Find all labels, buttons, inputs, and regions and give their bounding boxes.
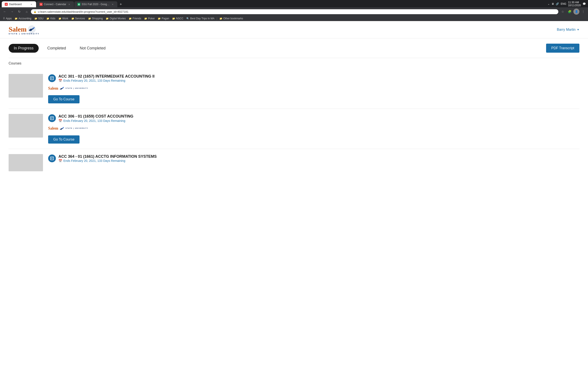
- user-profile-button[interactable]: 👤: [574, 8, 580, 14]
- lock-icon: 🔒: [34, 10, 36, 13]
- tray-link: 🔗: [556, 2, 559, 5]
- bookmark-best-day-trips[interactable]: 🔍 Best Day Trips In MA: [185, 16, 216, 20]
- svg-rect-1: [50, 77, 54, 80]
- course-icon-3: [48, 154, 56, 162]
- tab-close-3[interactable]: ✕: [111, 2, 114, 6]
- course-title-3: ACC 364 - 01 (1661) ACCTG INFORMATION SY…: [58, 154, 157, 159]
- logo-subtitle: STATE | UNIVERSITY: [8, 33, 40, 35]
- course-info-3: ACC 364 - 01 (1661) ACCTG INFORMATION SY…: [48, 154, 580, 171]
- site-logo: Salem STATE | UNIVERSITY: [8, 24, 40, 35]
- tab-close-2[interactable]: ✕: [68, 2, 71, 6]
- tab-in-progress[interactable]: In Progress: [8, 44, 39, 53]
- page-content: Salem STATE | UNIVERSITY Barry Martin ▼ …: [0, 21, 588, 392]
- browser-actions: ☆ 🧩 👤 ⋮: [560, 8, 586, 14]
- star-button[interactable]: ☆: [560, 8, 566, 14]
- site-header: Salem STATE | UNIVERSITY Barry Martin ▼: [0, 21, 588, 38]
- course-logo-1: Salem STATE | UNIVERSITY: [48, 85, 580, 91]
- tray-icons: ⌄: [548, 2, 550, 5]
- address-bar[interactable]: 🔒 u-learn.salemstate.edu/dashboard/in-pr…: [31, 9, 558, 14]
- bookmark-apps[interactable]: ⠿ Apps: [2, 16, 13, 20]
- course-header-1: ACC 301 - 02 (1657) INTERMEDIATE ACCOUNT…: [48, 74, 580, 82]
- bookmark-ssu[interactable]: 📁 SSU: [33, 16, 45, 20]
- bookmark-accounting[interactable]: 📁 Accounting: [13, 16, 32, 20]
- bookmarks-bar: ⠿ Apps 📁 Accounting 📁 SSU 📁 Kids 📁 Work …: [0, 16, 588, 21]
- user-menu[interactable]: Barry Martin ▼: [557, 28, 580, 32]
- course-icon-svg-1: [50, 76, 54, 80]
- courses-label: Courses: [8, 62, 580, 65]
- forward-button[interactable]: →: [9, 8, 15, 14]
- course-date-2: 📅 Ends February 20, 2021, 133 Days Remai…: [58, 119, 133, 122]
- course-icon-svg-3: [50, 156, 54, 160]
- menu-button[interactable]: ⋮: [580, 8, 586, 14]
- course-thumbnail-1: [8, 74, 43, 98]
- course-item: ACC 306 - 01 (1659) COST ACCOUNTING 📅 En…: [8, 109, 580, 149]
- user-menu-chevron: ▼: [577, 28, 580, 31]
- logo-salem-text: Salem: [8, 25, 27, 33]
- go-to-course-button-2[interactable]: Go To Course: [48, 136, 80, 144]
- tab-completed[interactable]: Completed: [42, 44, 71, 53]
- filter-tabs: In Progress Completed Not Completed: [8, 44, 111, 53]
- tab-favicon-3: ▦: [77, 3, 80, 6]
- language-indicator: ENG: [561, 2, 566, 5]
- go-to-course-button-1[interactable]: Go To Course: [48, 95, 80, 103]
- refresh-button[interactable]: ↻: [16, 8, 22, 14]
- bookmark-other[interactable]: 📁 Other bookmarks: [218, 16, 244, 20]
- tab-favicon-1: ●: [5, 3, 8, 6]
- course-date-1: 📅 Ends February 20, 2021, 133 Days Remai…: [58, 79, 154, 82]
- course-title-2: ACC 306 - 01 (1659) COST ACCOUNTING: [58, 114, 133, 119]
- course-icon-svg-2: [50, 116, 54, 120]
- course-date-3: 📅 Ends February 20, 2021, 133 Days Remai…: [58, 159, 157, 162]
- course-logo-bird-2: [59, 126, 65, 132]
- svg-rect-7: [50, 157, 54, 160]
- top-divider: [8, 58, 580, 58]
- new-tab-button[interactable]: +: [118, 1, 124, 7]
- user-name: Barry Martin: [557, 28, 576, 32]
- course-header-2: ACC 306 - 01 (1659) COST ACCOUNTING 📅 En…: [48, 114, 580, 122]
- course-logo-bird-1: [59, 85, 65, 91]
- course-thumbnail-2: [8, 114, 43, 138]
- course-icon-1: [48, 74, 56, 82]
- extensions-button[interactable]: 🧩: [566, 8, 572, 14]
- bookmark-kids[interactable]: 📁 Kids: [45, 16, 56, 20]
- system-tray: ⌄ 🖥 🔗 ENG 11:30 AM 10/11/2020 💬: [546, 0, 588, 8]
- calendar-icon-1: 📅: [58, 79, 62, 82]
- back-button[interactable]: ←: [2, 8, 8, 14]
- course-header-3: ACC 364 - 01 (1661) ACCTG INFORMATION SY…: [48, 154, 580, 162]
- course-thumbnail-3: [8, 154, 43, 171]
- tab-title-2: Connect - Calendar: [44, 3, 66, 6]
- course-logo-2: Salem STATE | UNIVERSITY: [48, 126, 580, 132]
- bookmark-shopping[interactable]: 📁 Shopping: [87, 16, 104, 20]
- course-title-1: ACC 301 - 02 (1657) INTERMEDIATE ACCOUNT…: [58, 74, 154, 79]
- notifications-icon[interactable]: 💬: [583, 2, 586, 5]
- clock: 11:30 AM 10/11/2020: [568, 1, 581, 7]
- bookmark-services[interactable]: 📁 Services: [70, 16, 86, 20]
- svg-rect-4: [50, 117, 54, 120]
- tab-sheets[interactable]: ▦ SSU Fall 2020 - Google Sheets ✕: [74, 1, 117, 7]
- courses-section: Courses ACC 301 - 02 (1657) INTERMEDIATE…: [0, 58, 588, 171]
- pdf-transcript-button[interactable]: PDF Transcript: [546, 44, 580, 53]
- bookmark-work[interactable]: 📁 Work: [57, 16, 70, 20]
- calendar-icon-3: 📅: [58, 159, 62, 162]
- tab-dashboard[interactable]: ● Dashboard ✕: [2, 1, 36, 7]
- bookmark-digital-movies[interactable]: 📁 Digital Movies: [104, 16, 127, 20]
- home-button[interactable]: ⌂: [24, 8, 30, 14]
- tab-close-1[interactable]: ✕: [30, 2, 33, 6]
- course-item: ACC 364 - 01 (1661) ACCTG INFORMATION SY…: [8, 149, 580, 171]
- course-icon-2: [48, 114, 56, 122]
- tab-not-completed[interactable]: Not Completed: [74, 44, 111, 53]
- course-info-1: ACC 301 - 02 (1657) INTERMEDIATE ACCOUNT…: [48, 74, 580, 103]
- bookmark-friends[interactable]: 📁 Friends: [128, 16, 142, 20]
- tab-calendar[interactable]: ● Connect - Calendar ✕: [36, 1, 74, 7]
- logo-container: Salem STATE | UNIVERSITY: [8, 24, 40, 35]
- tray-screen: 🖥: [552, 2, 554, 5]
- calendar-icon-2: 📅: [58, 119, 62, 122]
- tab-title-1: Dashboard: [9, 3, 28, 6]
- bookmark-poker[interactable]: 📁 Poker: [143, 16, 156, 20]
- bookmarks-separator: |: [217, 17, 217, 20]
- bookmark-nscc[interactable]: 📁 NSCC: [171, 16, 184, 20]
- bookmark-pagan[interactable]: 📁 Pagan: [156, 16, 170, 20]
- filter-section: In Progress Completed Not Completed PDF …: [0, 38, 588, 58]
- course-info-2: ACC 306 - 01 (1659) COST ACCOUNTING 📅 En…: [48, 114, 580, 143]
- tabs-bar: ● Dashboard ✕ ● Connect - Calendar ✕ ▦ S…: [0, 0, 588, 7]
- tab-title-3: SSU Fall 2020 - Google Sheets: [82, 3, 110, 6]
